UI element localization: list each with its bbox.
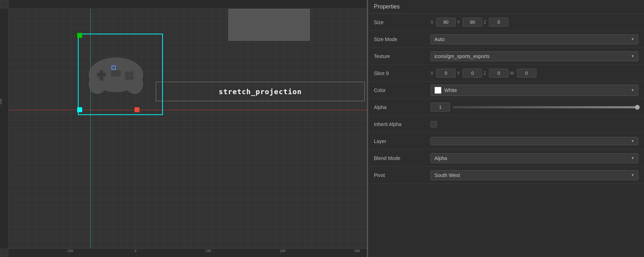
size-value-group: X Y Z	[431, 18, 638, 27]
svg-point-8	[129, 71, 134, 76]
ruler-mark-bottom-neg100: -100	[65, 249, 73, 253]
blend-mode-dropdown-arrow: ▼	[631, 156, 634, 160]
layer-dropdown[interactable]: ▼	[431, 137, 638, 145]
texture-value: icons/gm_sports_esports ▼	[431, 51, 638, 61]
size-y-input[interactable]	[463, 18, 482, 27]
ruler-left: -100	[0, 9, 9, 248]
size-mode-label: Size Mode	[374, 36, 431, 42]
stretch-projection-box[interactable]: stretch_projection	[156, 82, 365, 101]
color-dropdown-value: White	[444, 87, 457, 93]
pivot-dropdown[interactable]: South West ▼	[431, 170, 638, 180]
size-x-input[interactable]	[436, 18, 456, 27]
stretch-projection-label: stretch_projection	[219, 87, 302, 96]
svg-point-7	[125, 71, 130, 76]
alpha-input[interactable]	[431, 103, 450, 112]
svg-rect-6	[97, 74, 106, 75]
blend-mode-label: Blend Mode	[374, 155, 431, 161]
size-label: Size	[374, 19, 431, 25]
prop-row-size: Size X Y Z	[368, 14, 644, 31]
handle-cyan[interactable]	[77, 107, 82, 112]
alpha-label: Alpha	[374, 104, 431, 110]
size-mode-dropdown[interactable]: Auto ▼	[431, 34, 638, 44]
prop-row-blend-mode: Blend Mode Alpha ▼	[368, 150, 644, 167]
svg-rect-5	[101, 71, 102, 80]
axis-horizontal	[9, 110, 367, 110]
alpha-track[interactable]	[453, 106, 638, 108]
inherit-alpha-label: Inherit Alpha	[374, 121, 431, 127]
ruler-mark-bottom-0: 0	[135, 249, 136, 253]
pivot-dropdown-value: South West	[434, 172, 460, 178]
alpha-thumb[interactable]	[635, 105, 640, 110]
layer-label: Layer	[374, 138, 431, 144]
size-mode-dropdown-arrow: ▼	[631, 37, 634, 41]
prop-row-inherit-alpha: Inherit Alpha	[368, 116, 644, 133]
slice9-y-label: Y	[457, 71, 460, 76]
slice9-x-input[interactable]	[436, 69, 456, 78]
size-z-input[interactable]	[489, 18, 508, 27]
ruler-mark-left-0: -100	[0, 99, 2, 107]
ruler-bottom: -100 0 100 200 300	[9, 248, 367, 257]
ruler-top	[9, 0, 367, 9]
slice9-x-label: X	[431, 71, 433, 76]
slice9-w-label: W	[510, 71, 514, 76]
canvas-content: stretch_projection	[9, 9, 367, 248]
ruler-mark-bottom-300: 300	[354, 249, 360, 253]
pivot-dropdown-arrow: ▼	[631, 173, 634, 177]
blend-mode-dropdown[interactable]: Alpha ▼	[431, 153, 638, 163]
prop-row-alpha: Alpha	[368, 99, 644, 116]
handle-green[interactable]	[77, 33, 82, 38]
handle-blue[interactable]	[112, 65, 116, 70]
pivot-value: South West ▼	[431, 170, 638, 180]
handle-red[interactable]	[135, 107, 139, 112]
size-y-label: Y	[457, 20, 460, 25]
prop-row-color: Color White ▼	[368, 82, 644, 99]
gray-box	[228, 9, 310, 41]
prop-row-size-mode: Size Mode Auto ▼	[368, 31, 644, 48]
alpha-value-group	[431, 103, 638, 112]
svg-point-10	[129, 75, 134, 80]
slice9-z-input[interactable]	[489, 69, 508, 78]
layer-dropdown-arrow: ▼	[631, 139, 634, 143]
svg-point-9	[125, 75, 130, 80]
color-label: Color	[374, 87, 431, 93]
svg-rect-11	[111, 70, 121, 77]
texture-dropdown[interactable]: icons/gm_sports_esports ▼	[431, 51, 638, 61]
size-x-label: X	[431, 20, 433, 25]
blend-mode-value: Alpha ▼	[431, 153, 638, 163]
layer-value: ▼	[431, 137, 638, 145]
texture-dropdown-value: icons/gm_sports_esports	[434, 53, 490, 59]
texture-dropdown-arrow: ▼	[631, 54, 634, 58]
slice9-label: Slice 9	[374, 70, 431, 76]
prop-row-texture: Texture icons/gm_sports_esports ▼	[368, 48, 644, 65]
properties-panel: Properties Size X Y Z Size Mode Auto ▼ T…	[368, 0, 644, 257]
panel-title: Properties	[368, 0, 644, 14]
texture-label: Texture	[374, 53, 431, 59]
pivot-label: Pivot	[374, 172, 431, 178]
controller-sprite[interactable]	[85, 41, 147, 103]
prop-row-pivot: Pivot South West ▼	[368, 167, 644, 184]
prop-row-layer: Layer ▼	[368, 133, 644, 150]
blend-mode-dropdown-value: Alpha	[434, 155, 447, 161]
ruler-mark-bottom-200: 200	[280, 249, 285, 253]
slice9-y-input[interactable]	[463, 69, 482, 78]
color-dropdown-arrow: ▼	[631, 88, 634, 92]
color-swatch	[434, 87, 441, 94]
canvas-area[interactable]: -100 -100 0 100 200 300	[0, 0, 367, 257]
size-z-label: Z	[484, 20, 486, 25]
slice9-z-label: Z	[484, 71, 486, 76]
slice9-value-group: X Y Z W	[431, 69, 638, 78]
inherit-alpha-checkbox[interactable]	[431, 121, 437, 127]
color-dropdown[interactable]: White ▼	[431, 85, 638, 96]
size-mode-dropdown-value: Auto	[434, 36, 445, 42]
size-mode-value: Auto ▼	[431, 34, 638, 44]
prop-row-slice9: Slice 9 X Y Z W	[368, 65, 644, 82]
slice9-w-input[interactable]	[517, 69, 536, 78]
color-value: White ▼	[431, 85, 638, 96]
inherit-alpha-value	[431, 121, 638, 127]
ruler-mark-bottom-100: 100	[205, 249, 211, 253]
